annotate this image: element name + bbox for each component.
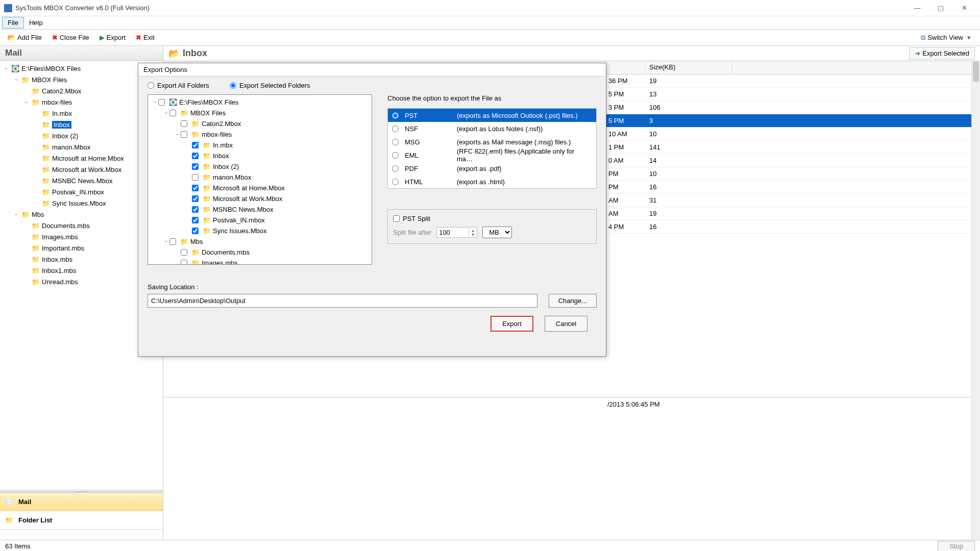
- export-selected-button[interactable]: ➜Export Selected: [909, 47, 975, 60]
- expander-icon[interactable]: −: [23, 99, 30, 105]
- cell-time: 10 AM: [604, 128, 645, 140]
- tree-item-label: Caton2.Mbox: [42, 87, 81, 95]
- dialog-tree-item[interactable]: 📁Inbox: [150, 151, 370, 161]
- radio-export-all-input[interactable]: [148, 82, 154, 89]
- cell-time: PM: [604, 181, 645, 193]
- close-button[interactable]: ✕: [952, 1, 976, 16]
- cell-time: AM: [604, 194, 645, 206]
- expander-icon[interactable]: −: [152, 99, 158, 105]
- chevron-down-icon: ▾: [967, 34, 971, 41]
- dialog-tree-item[interactable]: 📁MSNBC News.Mbox: [150, 204, 370, 215]
- dialog-tree-item[interactable]: 📁Sync Issues.Mbox: [150, 226, 370, 236]
- format-option-pst[interactable]: PST(exports as Microsoft Outlook (.pst) …: [388, 109, 596, 122]
- change-button[interactable]: Change...: [549, 294, 597, 308]
- dialog-tree-item[interactable]: 📁manon.Mbox: [150, 172, 370, 183]
- dialog-tree-item[interactable]: 📁Images.mbs: [150, 258, 370, 265]
- col-size[interactable]: Size(KB): [645, 61, 732, 74]
- dialog-tree-item[interactable]: 📁Documents.mbs: [150, 247, 370, 258]
- vertical-scrollbar[interactable]: [971, 60, 980, 540]
- tree-item-label: Mbs: [190, 238, 203, 245]
- format-radio[interactable]: [392, 112, 399, 119]
- menu-file[interactable]: File: [2, 17, 24, 29]
- dialog-tree-item[interactable]: −📁mbox-files: [150, 129, 370, 140]
- tree-item-label: In.mbx: [52, 110, 72, 117]
- format-desc: (export as Lotus Notes (.nsf)): [457, 125, 543, 133]
- radio-export-all[interactable]: Export All Folders: [148, 82, 209, 89]
- nav-folder-list[interactable]: 📁Folder List: [0, 511, 163, 530]
- pst-split-input[interactable]: [393, 215, 400, 222]
- close-file-button[interactable]: ✖Close File: [48, 32, 93, 43]
- tree-checkbox[interactable]: [169, 110, 176, 116]
- dialog-tree-item[interactable]: 📁Postvak_IN.mbox: [150, 215, 370, 226]
- dialog-folder-tree[interactable]: −💽E:\Files\MBOX Files−📁MBOX Files📁Caton2…: [148, 94, 372, 265]
- format-radio[interactable]: [392, 152, 399, 159]
- export-button[interactable]: ▶Export: [95, 32, 130, 43]
- tree-checkbox[interactable]: [158, 99, 165, 106]
- expander-icon[interactable]: −: [163, 239, 169, 244]
- split-unit-select[interactable]: MB: [482, 227, 512, 238]
- expander-icon[interactable]: −: [163, 110, 169, 116]
- format-radio[interactable]: [392, 165, 399, 172]
- format-radio[interactable]: [392, 179, 399, 185]
- format-radio[interactable]: [392, 126, 399, 132]
- stop-button[interactable]: Stop: [938, 541, 975, 551]
- format-option-msg[interactable]: MSG(exports as Mail message (.msg) files…: [388, 135, 596, 148]
- scroll-thumb[interactable]: [973, 61, 979, 82]
- tree-checkbox[interactable]: [181, 260, 187, 265]
- radio-export-selected-input[interactable]: [230, 82, 236, 89]
- toolbar: 📂Add File ✖Close File ▶Export ✖Exit ⧉Swi…: [0, 30, 980, 46]
- dialog-tree-item[interactable]: 📁Microsoft at Home.Mbox: [150, 183, 370, 193]
- menu-help[interactable]: Help: [24, 17, 48, 28]
- dialog-tree-item[interactable]: 📁In.mbx: [150, 140, 370, 151]
- dialog-tree-item[interactable]: −📁MBOX Files: [150, 108, 370, 118]
- cell-size: 10: [645, 128, 732, 140]
- format-option-pdf[interactable]: PDF(export as .pdf): [388, 162, 596, 175]
- add-file-button[interactable]: 📂Add File: [3, 32, 46, 43]
- exit-button[interactable]: ✖Exit: [132, 32, 159, 43]
- tree-checkbox[interactable]: [192, 153, 199, 159]
- tree-checkbox[interactable]: [192, 174, 199, 181]
- format-option-eml[interactable]: EML(RFC 822(.eml) files.(Applicable only…: [388, 148, 596, 162]
- pst-split-checkbox[interactable]: PST Split: [393, 215, 591, 222]
- tree-checkbox[interactable]: [192, 185, 199, 191]
- dialog-tree-item[interactable]: 📁Caton2.Mbox: [150, 118, 370, 129]
- dialog-export-button[interactable]: Export: [491, 316, 533, 332]
- expander-icon[interactable]: −: [13, 212, 19, 217]
- dialog-tree-item[interactable]: 📁Inbox (2): [150, 161, 370, 172]
- format-option-html[interactable]: HTML(export as .html): [388, 175, 596, 188]
- expander-icon[interactable]: −: [13, 77, 19, 83]
- format-desc: (export as .pdf): [457, 165, 501, 172]
- dialog-cancel-button[interactable]: Cancel: [545, 316, 587, 332]
- dialog-tree-item[interactable]: −📁Mbs: [150, 236, 370, 247]
- cell-time: 0 AM: [604, 155, 645, 166]
- tree-checkbox[interactable]: [169, 238, 176, 245]
- expander-icon[interactable]: −: [3, 66, 9, 71]
- dialog-tree-item[interactable]: 📁Microsoft at Work.Mbox: [150, 193, 370, 204]
- tree-checkbox[interactable]: [181, 131, 187, 138]
- maximize-button[interactable]: ▢: [929, 1, 952, 16]
- col-time[interactable]: [604, 61, 645, 74]
- format-radio[interactable]: [392, 139, 399, 145]
- tree-item-label: MSNBC News.Mbox: [52, 177, 112, 185]
- tree-checkbox[interactable]: [192, 142, 199, 148]
- tree-checkbox[interactable]: [192, 163, 199, 170]
- folder-icon: 📁: [21, 76, 30, 84]
- dialog-tree-item[interactable]: −💽E:\Files\MBOX Files: [150, 97, 370, 108]
- tree-checkbox[interactable]: [192, 206, 199, 213]
- tree-checkbox[interactable]: [192, 228, 199, 234]
- minimize-button[interactable]: —: [905, 1, 929, 16]
- folder-icon: 💽: [11, 65, 19, 72]
- tree-checkbox[interactable]: [181, 249, 187, 256]
- spinner-buttons[interactable]: ▲▼: [469, 228, 477, 237]
- tree-checkbox[interactable]: [192, 217, 199, 223]
- radio-export-selected[interactable]: Export Selected Folders: [230, 82, 310, 89]
- nav-mail[interactable]: ✉️Mail: [0, 493, 163, 511]
- tree-checkbox[interactable]: [181, 120, 187, 127]
- format-option-nsf[interactable]: NSF(export as Lotus Notes (.nsf)): [388, 122, 596, 135]
- split-value-input[interactable]: [437, 228, 469, 237]
- save-path-input[interactable]: [148, 294, 537, 308]
- cell-time: 3 PM: [604, 102, 645, 113]
- tree-checkbox[interactable]: [192, 195, 199, 202]
- expander-icon[interactable]: −: [175, 132, 181, 137]
- switch-view-button[interactable]: ⧉Switch View▾: [917, 32, 975, 43]
